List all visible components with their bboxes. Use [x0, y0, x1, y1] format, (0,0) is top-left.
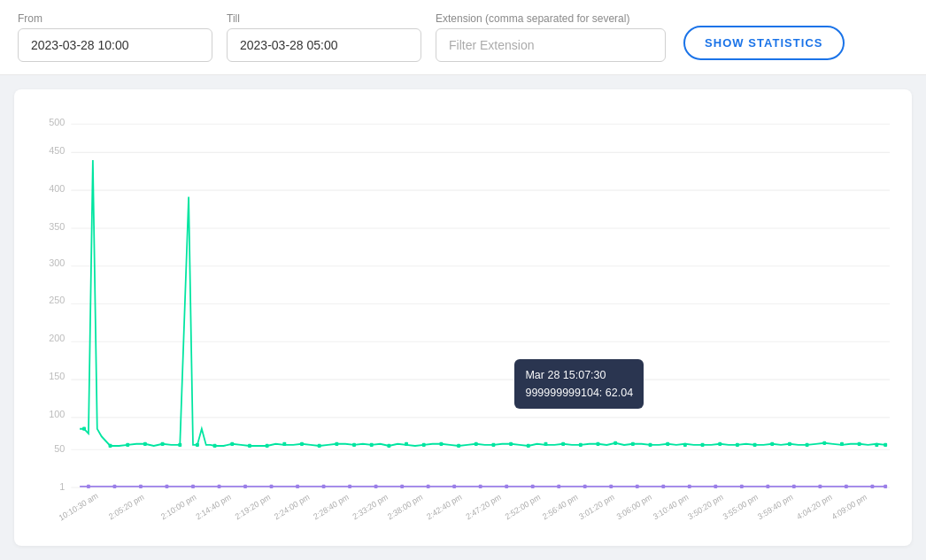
- svg-text:2:38:00 pm: 2:38:00 pm: [386, 492, 424, 521]
- svg-text:2:19:20 pm: 2:19:20 pm: [234, 492, 272, 521]
- svg-rect-92: [688, 485, 691, 488]
- svg-rect-78: [322, 485, 326, 488]
- svg-rect-63: [806, 443, 809, 447]
- svg-text:400: 400: [49, 183, 65, 194]
- svg-rect-94: [740, 485, 744, 488]
- svg-rect-61: [770, 442, 774, 446]
- svg-rect-53: [631, 442, 635, 446]
- svg-rect-69: [87, 485, 90, 488]
- svg-rect-86: [531, 485, 535, 488]
- svg-text:2:56:40 pm: 2:56:40 pm: [541, 492, 579, 521]
- svg-text:4:04:20 pm: 4:04:20 pm: [795, 492, 833, 521]
- svg-rect-24: [126, 443, 129, 447]
- svg-rect-71: [139, 485, 143, 488]
- svg-rect-50: [579, 443, 583, 447]
- svg-rect-79: [348, 485, 351, 488]
- extension-field-group: Extension (comma separated for several): [436, 12, 666, 62]
- svg-rect-45: [491, 443, 495, 447]
- svg-rect-98: [845, 485, 848, 488]
- svg-rect-48: [544, 442, 547, 446]
- svg-text:2:24:00 pm: 2:24:00 pm: [273, 492, 311, 521]
- svg-rect-96: [792, 485, 796, 488]
- svg-rect-34: [300, 442, 304, 446]
- svg-rect-77: [296, 485, 299, 488]
- svg-text:2:28:40 pm: 2:28:40 pm: [312, 492, 350, 521]
- svg-rect-52: [613, 441, 617, 445]
- svg-rect-27: [178, 443, 181, 447]
- svg-rect-29: [213, 444, 217, 448]
- svg-rect-85: [505, 485, 508, 488]
- till-input[interactable]: [227, 28, 421, 62]
- svg-text:3:06:00 pm: 3:06:00 pm: [615, 492, 653, 521]
- svg-rect-80: [374, 485, 378, 488]
- svg-rect-39: [387, 444, 390, 448]
- svg-text:150: 150: [49, 371, 65, 381]
- svg-rect-73: [191, 485, 195, 488]
- till-field-group: Till: [227, 12, 421, 62]
- chart-container: 500 450 400 350 300 250 200 150 100 50 1: [14, 89, 912, 546]
- show-statistics-button[interactable]: SHOW STATISTICS: [683, 26, 845, 60]
- svg-rect-37: [352, 443, 356, 447]
- svg-rect-54: [649, 443, 652, 447]
- svg-rect-58: [718, 442, 722, 446]
- svg-text:10:10:30 am: 10:10:30 am: [58, 491, 100, 523]
- svg-rect-47: [527, 444, 530, 448]
- from-field-group: From: [18, 12, 212, 62]
- svg-text:250: 250: [49, 295, 65, 305]
- svg-rect-95: [766, 485, 769, 488]
- svg-rect-70: [112, 485, 116, 488]
- till-label: Till: [227, 12, 421, 25]
- svg-rect-28: [196, 443, 199, 447]
- svg-rect-36: [335, 442, 338, 446]
- svg-rect-64: [822, 441, 826, 445]
- svg-rect-82: [427, 485, 430, 488]
- svg-rect-35: [318, 444, 321, 448]
- svg-text:100: 100: [49, 408, 65, 418]
- svg-rect-49: [561, 442, 565, 446]
- svg-rect-93: [714, 485, 717, 488]
- svg-rect-99: [870, 485, 874, 488]
- svg-rect-46: [509, 442, 513, 446]
- from-label: From: [18, 12, 212, 25]
- from-input[interactable]: [18, 28, 212, 62]
- svg-rect-91: [661, 485, 665, 488]
- svg-text:3:55:00 pm: 3:55:00 pm: [722, 492, 760, 521]
- svg-rect-38: [370, 443, 374, 447]
- svg-rect-56: [683, 443, 687, 447]
- svg-rect-68: [884, 443, 887, 447]
- svg-rect-75: [243, 485, 247, 488]
- svg-rect-25: [143, 442, 147, 446]
- svg-text:2:05:20 pm: 2:05:20 pm: [107, 492, 145, 521]
- svg-text:300: 300: [49, 257, 65, 267]
- svg-text:2:47:20 pm: 2:47:20 pm: [465, 492, 503, 521]
- svg-rect-51: [597, 442, 600, 446]
- svg-rect-26: [161, 442, 165, 446]
- svg-rect-87: [557, 485, 560, 488]
- svg-rect-43: [457, 444, 460, 448]
- svg-text:3:50:20 pm: 3:50:20 pm: [686, 492, 724, 521]
- svg-text:4:09:00 pm: 4:09:00 pm: [830, 492, 868, 521]
- top-bar: From Till Extension (comma separated for…: [0, 0, 926, 75]
- extension-label: Extension (comma separated for several): [436, 12, 666, 25]
- svg-rect-90: [636, 485, 639, 488]
- svg-rect-62: [788, 442, 791, 446]
- svg-rect-100: [884, 485, 887, 488]
- svg-rect-72: [166, 485, 169, 488]
- svg-rect-57: [701, 443, 705, 447]
- svg-rect-32: [266, 444, 269, 448]
- svg-text:2:14:40 pm: 2:14:40 pm: [195, 492, 233, 521]
- svg-rect-89: [609, 485, 613, 488]
- svg-text:3:10:40 pm: 3:10:40 pm: [652, 492, 690, 521]
- svg-rect-60: [753, 443, 757, 447]
- extension-input[interactable]: [436, 28, 666, 62]
- svg-text:200: 200: [49, 333, 65, 343]
- svg-rect-66: [858, 442, 861, 446]
- chart-area: 500 450 400 350 300 250 200 150 100 50 1: [32, 107, 894, 514]
- svg-text:350: 350: [49, 221, 65, 232]
- svg-text:50: 50: [54, 443, 65, 454]
- svg-text:3:01:20 pm: 3:01:20 pm: [578, 492, 616, 521]
- svg-rect-30: [230, 442, 234, 446]
- chart-svg: 500 450 400 350 300 250 200 150 100 50 1: [32, 107, 894, 514]
- svg-rect-84: [479, 485, 482, 488]
- svg-text:500: 500: [49, 117, 65, 127]
